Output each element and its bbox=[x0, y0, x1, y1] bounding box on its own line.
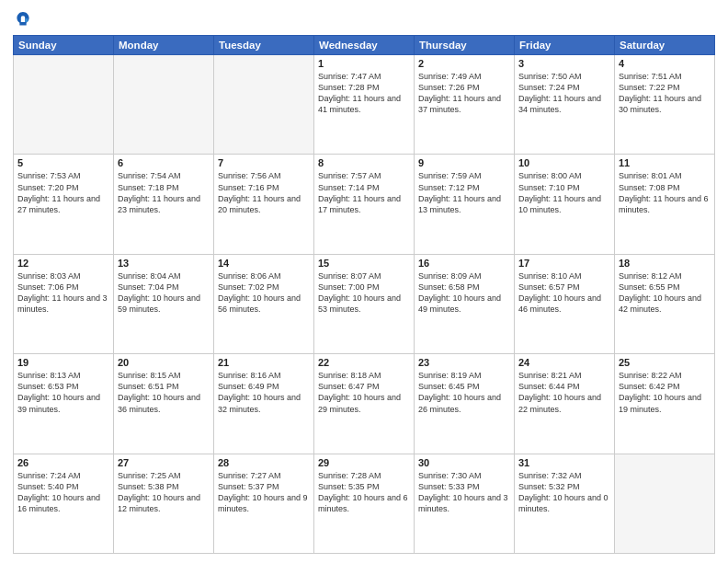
day-cell: 18Sunrise: 8:12 AM Sunset: 6:55 PM Dayli… bbox=[615, 254, 715, 353]
week-row-0: 1Sunrise: 7:47 AM Sunset: 7:28 PM Daylig… bbox=[14, 55, 715, 155]
week-row-4: 26Sunrise: 7:24 AM Sunset: 5:40 PM Dayli… bbox=[14, 454, 715, 553]
day-cell: 20Sunrise: 8:15 AM Sunset: 6:51 PM Dayli… bbox=[114, 354, 214, 454]
day-cell: 1Sunrise: 7:47 AM Sunset: 7:28 PM Daylig… bbox=[314, 55, 415, 155]
day-info: Sunrise: 7:59 AM Sunset: 7:12 PM Dayligh… bbox=[418, 170, 510, 215]
day-number: 29 bbox=[318, 457, 410, 468]
day-cell: 9Sunrise: 7:59 AM Sunset: 7:12 PM Daylig… bbox=[415, 155, 515, 254]
day-info: Sunrise: 7:50 AM Sunset: 7:24 PM Dayligh… bbox=[518, 71, 610, 116]
day-info: Sunrise: 7:57 AM Sunset: 7:14 PM Dayligh… bbox=[318, 170, 410, 215]
week-row-2: 12Sunrise: 8:03 AM Sunset: 7:06 PM Dayli… bbox=[14, 254, 715, 353]
day-info: Sunrise: 7:25 AM Sunset: 5:38 PM Dayligh… bbox=[118, 470, 210, 515]
day-cell: 22Sunrise: 8:18 AM Sunset: 6:47 PM Dayli… bbox=[314, 354, 415, 454]
day-number: 19 bbox=[17, 357, 109, 368]
day-info: Sunrise: 7:51 AM Sunset: 7:22 PM Dayligh… bbox=[619, 71, 711, 116]
day-number: 30 bbox=[418, 457, 510, 468]
day-info: Sunrise: 8:21 AM Sunset: 6:44 PM Dayligh… bbox=[518, 370, 610, 415]
day-info: Sunrise: 7:24 AM Sunset: 5:40 PM Dayligh… bbox=[17, 470, 109, 515]
day-cell: 6Sunrise: 7:54 AM Sunset: 7:18 PM Daylig… bbox=[114, 155, 214, 254]
day-number: 21 bbox=[218, 357, 310, 368]
day-cell: 8Sunrise: 7:57 AM Sunset: 7:14 PM Daylig… bbox=[314, 155, 415, 254]
day-number: 23 bbox=[418, 357, 510, 368]
weekday-header-row: SundayMondayTuesdayWednesdayThursdayFrid… bbox=[14, 36, 715, 55]
day-cell bbox=[114, 55, 214, 155]
day-info: Sunrise: 7:49 AM Sunset: 7:26 PM Dayligh… bbox=[418, 71, 510, 116]
day-info: Sunrise: 8:03 AM Sunset: 7:06 PM Dayligh… bbox=[17, 270, 109, 316]
weekday-header-sunday: Sunday bbox=[14, 36, 114, 55]
day-info: Sunrise: 8:00 AM Sunset: 7:10 PM Dayligh… bbox=[518, 170, 610, 215]
day-number: 18 bbox=[619, 258, 711, 269]
day-number: 17 bbox=[518, 258, 610, 269]
day-cell: 30Sunrise: 7:30 AM Sunset: 5:33 PM Dayli… bbox=[415, 454, 515, 553]
day-cell: 2Sunrise: 7:49 AM Sunset: 7:26 PM Daylig… bbox=[415, 55, 515, 155]
page: SundayMondayTuesdayWednesdayThursdayFrid… bbox=[0, 0, 728, 563]
day-info: Sunrise: 7:54 AM Sunset: 7:18 PM Dayligh… bbox=[118, 170, 210, 215]
day-number: 22 bbox=[318, 357, 410, 368]
day-number: 6 bbox=[118, 157, 210, 168]
day-cell: 7Sunrise: 7:56 AM Sunset: 7:16 PM Daylig… bbox=[214, 155, 314, 254]
header bbox=[13, 9, 715, 29]
day-cell bbox=[214, 55, 314, 155]
day-info: Sunrise: 7:30 AM Sunset: 5:33 PM Dayligh… bbox=[418, 470, 510, 515]
day-number: 4 bbox=[619, 58, 711, 69]
day-cell: 12Sunrise: 8:03 AM Sunset: 7:06 PM Dayli… bbox=[14, 254, 114, 353]
day-number: 1 bbox=[318, 58, 410, 69]
day-info: Sunrise: 7:53 AM Sunset: 7:20 PM Dayligh… bbox=[17, 170, 109, 215]
day-info: Sunrise: 8:18 AM Sunset: 6:47 PM Dayligh… bbox=[318, 370, 410, 415]
day-number: 12 bbox=[17, 258, 109, 269]
weekday-header-wednesday: Wednesday bbox=[314, 36, 415, 55]
day-info: Sunrise: 8:01 AM Sunset: 7:08 PM Dayligh… bbox=[619, 170, 711, 215]
week-row-1: 5Sunrise: 7:53 AM Sunset: 7:20 PM Daylig… bbox=[14, 155, 715, 254]
day-info: Sunrise: 8:15 AM Sunset: 6:51 PM Dayligh… bbox=[118, 370, 210, 415]
calendar-table: SundayMondayTuesdayWednesdayThursdayFrid… bbox=[13, 35, 715, 554]
day-info: Sunrise: 8:19 AM Sunset: 6:45 PM Dayligh… bbox=[418, 370, 510, 415]
day-cell: 11Sunrise: 8:01 AM Sunset: 7:08 PM Dayli… bbox=[615, 155, 715, 254]
day-number: 25 bbox=[619, 357, 711, 368]
day-cell: 14Sunrise: 8:06 AM Sunset: 7:02 PM Dayli… bbox=[214, 254, 314, 353]
day-cell: 17Sunrise: 8:10 AM Sunset: 6:57 PM Dayli… bbox=[515, 254, 615, 353]
day-cell bbox=[14, 55, 114, 155]
day-info: Sunrise: 8:22 AM Sunset: 6:42 PM Dayligh… bbox=[619, 370, 711, 415]
day-info: Sunrise: 7:27 AM Sunset: 5:37 PM Dayligh… bbox=[218, 470, 310, 515]
day-number: 27 bbox=[118, 457, 210, 468]
day-cell: 3Sunrise: 7:50 AM Sunset: 7:24 PM Daylig… bbox=[515, 55, 615, 155]
day-info: Sunrise: 8:12 AM Sunset: 6:55 PM Dayligh… bbox=[619, 270, 711, 316]
day-number: 20 bbox=[118, 357, 210, 368]
day-number: 7 bbox=[218, 157, 310, 168]
weekday-header-friday: Friday bbox=[515, 36, 615, 55]
day-info: Sunrise: 8:13 AM Sunset: 6:53 PM Dayligh… bbox=[17, 370, 109, 415]
day-info: Sunrise: 7:47 AM Sunset: 7:28 PM Dayligh… bbox=[318, 71, 410, 116]
day-number: 3 bbox=[518, 58, 610, 69]
day-info: Sunrise: 7:32 AM Sunset: 5:32 PM Dayligh… bbox=[518, 470, 610, 515]
day-cell: 24Sunrise: 8:21 AM Sunset: 6:44 PM Dayli… bbox=[515, 354, 615, 454]
day-cell: 28Sunrise: 7:27 AM Sunset: 5:37 PM Dayli… bbox=[214, 454, 314, 553]
day-cell: 16Sunrise: 8:09 AM Sunset: 6:58 PM Dayli… bbox=[415, 254, 515, 353]
week-row-3: 19Sunrise: 8:13 AM Sunset: 6:53 PM Dayli… bbox=[14, 354, 715, 454]
day-number: 2 bbox=[418, 58, 510, 69]
day-number: 26 bbox=[17, 457, 109, 468]
weekday-header-saturday: Saturday bbox=[615, 36, 715, 55]
day-number: 11 bbox=[619, 157, 711, 168]
day-number: 31 bbox=[518, 457, 610, 468]
day-cell: 5Sunrise: 7:53 AM Sunset: 7:20 PM Daylig… bbox=[14, 155, 114, 254]
day-cell: 15Sunrise: 8:07 AM Sunset: 7:00 PM Dayli… bbox=[314, 254, 415, 353]
logo bbox=[13, 9, 37, 29]
day-number: 8 bbox=[318, 157, 410, 168]
day-cell: 21Sunrise: 8:16 AM Sunset: 6:49 PM Dayli… bbox=[214, 354, 314, 454]
day-number: 24 bbox=[518, 357, 610, 368]
day-number: 9 bbox=[418, 157, 510, 168]
day-cell: 13Sunrise: 8:04 AM Sunset: 7:04 PM Dayli… bbox=[114, 254, 214, 353]
day-number: 14 bbox=[218, 258, 310, 269]
day-cell: 4Sunrise: 7:51 AM Sunset: 7:22 PM Daylig… bbox=[615, 55, 715, 155]
weekday-header-monday: Monday bbox=[114, 36, 214, 55]
day-number: 5 bbox=[17, 157, 109, 168]
day-cell: 26Sunrise: 7:24 AM Sunset: 5:40 PM Dayli… bbox=[14, 454, 114, 553]
day-number: 10 bbox=[518, 157, 610, 168]
day-info: Sunrise: 8:07 AM Sunset: 7:00 PM Dayligh… bbox=[318, 270, 410, 316]
day-info: Sunrise: 8:09 AM Sunset: 6:58 PM Dayligh… bbox=[418, 270, 510, 316]
day-number: 16 bbox=[418, 258, 510, 269]
day-cell bbox=[615, 454, 715, 553]
weekday-header-thursday: Thursday bbox=[415, 36, 515, 55]
day-cell: 27Sunrise: 7:25 AM Sunset: 5:38 PM Dayli… bbox=[114, 454, 214, 553]
day-info: Sunrise: 7:56 AM Sunset: 7:16 PM Dayligh… bbox=[218, 170, 310, 215]
day-info: Sunrise: 8:10 AM Sunset: 6:57 PM Dayligh… bbox=[518, 270, 610, 316]
